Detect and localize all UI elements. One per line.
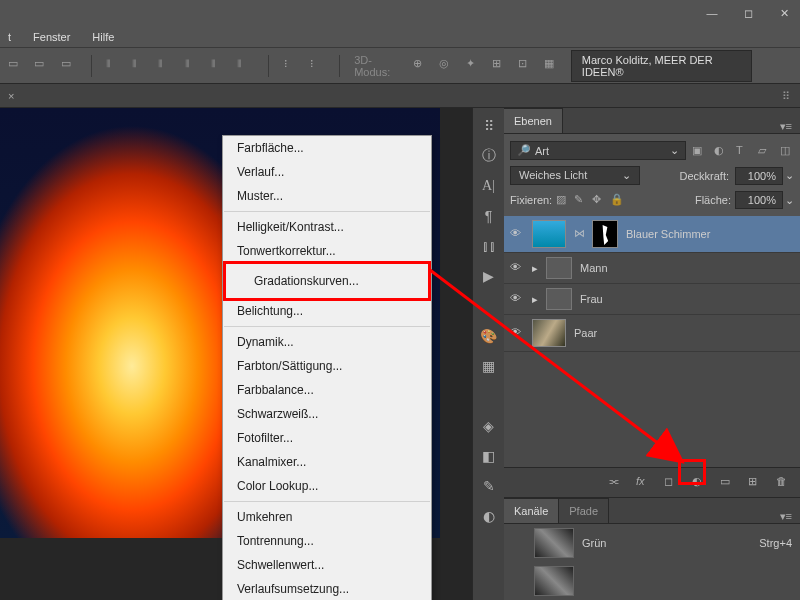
lock-label: Fixieren: xyxy=(510,194,552,206)
adjustments-icon[interactable]: ◐ xyxy=(479,506,499,526)
lock-position-icon[interactable]: ✥ xyxy=(592,193,606,207)
character-icon[interactable]: A| xyxy=(479,176,499,196)
tab-kanaele[interactable]: Kanäle xyxy=(504,498,559,523)
menu-item[interactable]: Verlauf... xyxy=(223,160,431,184)
menu-hilfe[interactable]: Hilfe xyxy=(88,29,118,45)
filter-smart-icon[interactable]: ◫ xyxy=(780,144,794,158)
distribute-icon[interactable]: ⫴ xyxy=(158,57,174,75)
options-toolbar: ▭ ▭ ▭ ⫴ ⫴ ⫴ ⫴ ⫴ ⫴ ⫶ ⫶ 3D-Modus: ⊕ ◎ ✦ ⊞ … xyxy=(0,48,800,84)
channel-thumb[interactable] xyxy=(534,566,574,596)
lock-pixels-icon[interactable]: ▨ xyxy=(556,193,570,207)
layer-row[interactable]: 👁 ▸ Mann xyxy=(504,253,800,284)
align-icon[interactable]: ▭ xyxy=(8,57,24,75)
distribute-icon[interactable]: ⫶ xyxy=(309,57,325,75)
menu-item[interactable]: Kanalmixer... xyxy=(223,450,431,474)
layer-thumb[interactable] xyxy=(532,319,566,347)
filter-pixel-icon[interactable]: ▣ xyxy=(692,144,706,158)
visibility-icon[interactable]: 👁 xyxy=(510,292,524,306)
delete-layer-icon[interactable]: 🗑 xyxy=(776,475,792,491)
menu-item[interactable]: Fotofilter... xyxy=(223,426,431,450)
minimize-button[interactable]: — xyxy=(704,5,720,21)
visibility-icon[interactable]: 👁 xyxy=(510,261,524,275)
layer-name[interactable]: Paar xyxy=(574,327,597,339)
channel-row[interactable]: Grün Strg+4 xyxy=(504,524,800,562)
layer-name[interactable]: Blauer Schimmer xyxy=(626,228,710,240)
menu-item[interactable]: Belichtung... xyxy=(223,299,431,323)
tab-pfade[interactable]: Pfade xyxy=(559,498,609,523)
new-layer-icon[interactable]: ⊞ xyxy=(748,475,764,491)
menu-item[interactable]: Dynamik... xyxy=(223,330,431,354)
play-icon[interactable]: ▶ xyxy=(479,266,499,286)
layers-icon[interactable]: ◈ xyxy=(479,416,499,436)
actions-icon[interactable]: ⫿⫿ xyxy=(479,236,499,256)
3d-icon[interactable]: ◎ xyxy=(439,57,455,75)
visibility-icon[interactable]: 👁 xyxy=(510,227,524,241)
fill-input[interactable]: 100% xyxy=(735,191,783,209)
visibility-icon[interactable]: 👁 xyxy=(510,326,524,340)
menu-item[interactable]: Farbbalance... xyxy=(223,378,431,402)
lock-all-icon[interactable]: 🔒 xyxy=(610,193,624,207)
grip-icon[interactable]: ⠿ xyxy=(782,90,794,102)
align-icon[interactable]: ▭ xyxy=(61,57,77,75)
layer-name[interactable]: Mann xyxy=(580,262,608,274)
paragraph-icon[interactable]: ¶ xyxy=(479,206,499,226)
3d-icon[interactable]: ✦ xyxy=(466,57,482,75)
info-icon[interactable]: ⓘ xyxy=(479,146,499,166)
menu-item[interactable]: Helligkeit/Kontrast... xyxy=(223,215,431,239)
distribute-icon[interactable]: ⫴ xyxy=(185,57,201,75)
menu-item[interactable]: Schwellenwert... xyxy=(223,553,431,577)
expand-icon[interactable]: ▸ xyxy=(532,293,538,306)
channel-row[interactable] xyxy=(504,562,800,600)
menu-item[interactable]: Muster... xyxy=(223,184,431,208)
3d-icon[interactable]: ⊡ xyxy=(518,57,534,75)
layer-row[interactable]: 👁 Paar xyxy=(504,315,800,352)
panel-menu-icon[interactable]: ▾≡ xyxy=(772,120,800,133)
distribute-icon[interactable]: ⫴ xyxy=(132,57,148,75)
layer-row[interactable]: 👁 ⋈ Blauer Schimmer xyxy=(504,216,800,253)
close-button[interactable]: ✕ xyxy=(776,5,792,21)
opacity-input[interactable]: 100% xyxy=(735,167,783,185)
menu-item[interactable]: Farbton/Sättigung... xyxy=(223,354,431,378)
menu-item[interactable]: Color Lookup... xyxy=(223,474,431,498)
color-icon[interactable]: ▦ xyxy=(479,356,499,376)
distribute-icon[interactable]: ⫴ xyxy=(211,57,227,75)
grip-icon[interactable]: ⠿ xyxy=(479,116,499,136)
group-icon[interactable]: ▭ xyxy=(720,475,736,491)
layer-row[interactable]: 👁 ▸ Frau xyxy=(504,284,800,315)
expand-icon[interactable]: ▸ xyxy=(532,262,538,275)
layer-filter[interactable]: 🔎Art⌄ xyxy=(510,141,686,160)
menu-item[interactable]: Umkehren xyxy=(223,505,431,529)
menu-fenster[interactable]: Fenster xyxy=(29,29,74,45)
menu-item[interactable]: Farbfläche... xyxy=(223,136,431,160)
menu-item-curves[interactable]: Gradationskurven... xyxy=(240,269,414,293)
user-label[interactable]: Marco Kolditz, MEER DER IDEEN® xyxy=(571,50,752,82)
channel-thumb[interactable] xyxy=(534,528,574,558)
menu-item[interactable]: Tontrennung... xyxy=(223,529,431,553)
layer-name[interactable]: Frau xyxy=(580,293,603,305)
distribute-icon[interactable]: ⫴ xyxy=(106,57,122,75)
menu-item[interactable]: Tonwertkorrektur... xyxy=(223,239,431,263)
distribute-icon[interactable]: ⫴ xyxy=(237,57,253,75)
tab-ebenen[interactable]: Ebenen xyxy=(504,108,563,133)
3d-icon[interactable]: ▦ xyxy=(544,57,560,75)
channels-icon[interactable]: ◧ xyxy=(479,446,499,466)
layer-fx-icon[interactable]: fx xyxy=(636,475,652,491)
distribute-icon[interactable]: ⫶ xyxy=(283,57,299,75)
menu-item[interactable]: Verlaufsumsetzung... xyxy=(223,577,431,600)
filter-shape-icon[interactable]: ▱ xyxy=(758,144,772,158)
lock-brush-icon[interactable]: ✎ xyxy=(574,193,588,207)
3d-icon[interactable]: ⊞ xyxy=(492,57,508,75)
layer-mask-thumb[interactable] xyxy=(592,220,618,248)
tab-close-icon[interactable]: × xyxy=(8,90,14,102)
menu-item[interactable]: Schwarzweiß... xyxy=(223,402,431,426)
3d-icon[interactable]: ⊕ xyxy=(413,57,429,75)
filter-type-icon[interactable]: T xyxy=(736,144,750,158)
maximize-button[interactable]: ◻ xyxy=(740,5,756,21)
blend-mode-select[interactable]: Weiches Licht⌄ xyxy=(510,166,640,185)
link-layers-icon[interactable]: ⫘ xyxy=(608,475,624,491)
paths-icon[interactable]: ✎ xyxy=(479,476,499,496)
panel-menu-icon[interactable]: ▾≡ xyxy=(772,510,800,523)
align-icon[interactable]: ▭ xyxy=(34,57,50,75)
swatches-icon[interactable]: 🎨 xyxy=(479,326,499,346)
filter-adjust-icon[interactable]: ◐ xyxy=(714,144,728,158)
